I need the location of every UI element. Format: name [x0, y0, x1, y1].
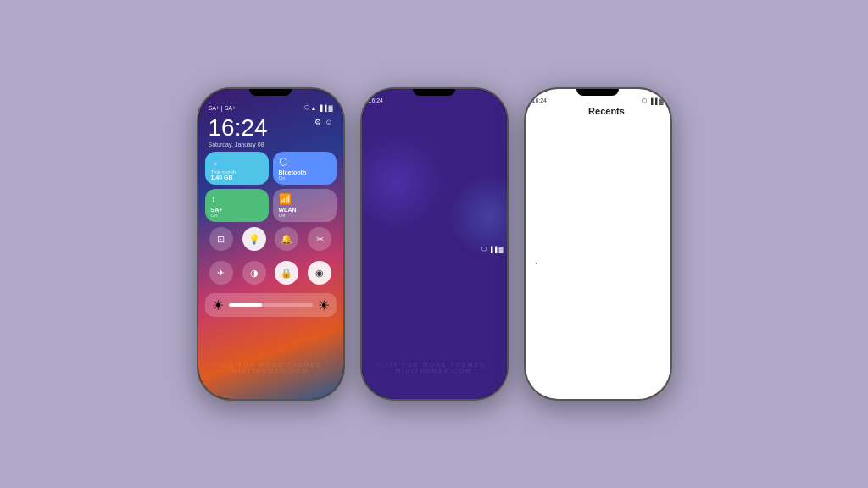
wlan-status: Off [279, 213, 286, 218]
phone-settings: 16:24 ⬡ ▐▐ ▓ Settings 🔍 Search settings … [360, 87, 509, 401]
data-label: This month [211, 169, 236, 175]
status-bar-1: SA+ | SA+ ⬡ ▲ ▐▐ ▓ [205, 103, 337, 113]
bluetooth-status: On [279, 175, 286, 180]
airplane-btn[interactable]: ✈ [209, 261, 233, 285]
notch [249, 89, 292, 96]
battery-icon-3: ▓ [659, 98, 663, 104]
tiles-row-1: 💧 This month 1.40 GB ⬡ Bluetooth On [205, 152, 337, 185]
screenshot-btn[interactable]: ✂ [308, 227, 331, 251]
clock-display: 16:24 [209, 116, 268, 140]
brightness-track [229, 303, 313, 307]
status-icons-2: ⬡ ▐▐ ▓ [481, 97, 503, 399]
wlan-tile[interactable]: 📶 WLAN Off [273, 189, 337, 222]
bluetooth-label: Bluetooth [279, 169, 307, 175]
dialer-time: 16:24 [532, 97, 548, 104]
brightness-fill [229, 303, 263, 307]
gear-icon[interactable]: ⚙ [314, 118, 321, 126]
recents-title: Recents [548, 106, 665, 400]
wlan-label: WLAN [279, 207, 297, 213]
settings-screen: 16:24 ⬡ ▐▐ ▓ Settings 🔍 Search settings … [362, 89, 507, 399]
sa-icon: ↕ [211, 193, 216, 205]
battery-icon-2: ▓ [498, 247, 503, 252]
sa-label: SA+ [211, 207, 223, 213]
date-display: Saturday, January 08 [209, 141, 268, 147]
bluetooth-tile[interactable]: ⬡ Bluetooth On [273, 152, 337, 185]
bt-icon-2: ⬡ [481, 246, 487, 252]
time-row: 16:24 Saturday, January 08 ⚙ ☺ [205, 113, 337, 147]
top-bar: ← Recents [526, 106, 670, 399]
signal-icon-2: ▐▐ [488, 247, 497, 252]
data-value: 1.40 GB [211, 175, 233, 180]
brightness-high-icon: ☀ [318, 297, 330, 313]
bt-icon: ⬡ [304, 104, 309, 111]
icon-row-2: ✈ ◑ 🔒 ◉ [205, 256, 337, 290]
watermark: VISIT FOR MORE THEMES - MIUITHEMER.COM [198, 362, 343, 374]
flashlight-btn[interactable]: 💡 [242, 227, 266, 251]
phone-control-center: SA+ | SA+ ⬡ ▲ ▐▐ ▓ 16:24 Saturday, Janua… [197, 87, 345, 401]
notch-3 [576, 89, 619, 96]
brightness-bar[interactable]: ☀ ☀ [205, 293, 337, 317]
signal-icon: ▐▐ [318, 105, 326, 111]
wifi-icon: ▲ [311, 105, 317, 111]
bt-icon-3: ⬡ [642, 97, 647, 104]
brightness-low-icon: ☀ [212, 297, 224, 313]
bluetooth-icon: ⬡ [279, 156, 287, 168]
darkmode-btn[interactable]: ◑ [242, 261, 266, 285]
data-tile[interactable]: 💧 This month 1.40 GB [205, 152, 269, 185]
sa-status: On [211, 213, 218, 218]
status-icons-right: ⬡ ▲ ▐▐ ▓ [304, 104, 333, 111]
sa-tile[interactable]: ↕ SA+ On [205, 189, 269, 222]
tiles-row-2: ↕ SA+ On 📶 WLAN Off [205, 189, 337, 222]
rotate-btn[interactable]: ⊡ [209, 227, 233, 251]
settings-time: 16:24 [369, 97, 384, 399]
status-icons-3: ⬡ ▐▐ ▓ [642, 97, 663, 104]
notch-2 [413, 89, 455, 96]
status-left: SA+ | SA+ [209, 105, 236, 111]
quick-settings-icons: ⚙ ☺ [314, 118, 332, 126]
phone-dialer: 16:24 ⬡ ▐▐ ▓ ← Recents New contact Add t… [524, 87, 672, 401]
lock-btn[interactable]: 🔒 [275, 261, 298, 285]
notification-btn[interactable]: 🔔 [275, 227, 298, 251]
control-center-screen: SA+ | SA+ ⬡ ▲ ▐▐ ▓ 16:24 Saturday, Janua… [198, 89, 343, 399]
sound-btn[interactable]: ◉ [308, 261, 331, 285]
wlan-icon: 📶 [279, 193, 292, 205]
user-icon[interactable]: ☺ [325, 118, 332, 126]
data-icon: 💧 [211, 156, 224, 168]
dialer-screen: 16:24 ⬡ ▐▐ ▓ ← Recents New contact Add t… [526, 89, 670, 399]
back-button[interactable]: ← [534, 258, 543, 268]
status-bar-2: 16:24 ⬡ ▐▐ ▓ [362, 89, 507, 399]
battery-icon: ▓ [328, 105, 332, 111]
icon-row-1: ⊡ 💡 🔔 ✂ [205, 222, 337, 256]
signal-icon-3: ▐▐ [648, 98, 657, 104]
